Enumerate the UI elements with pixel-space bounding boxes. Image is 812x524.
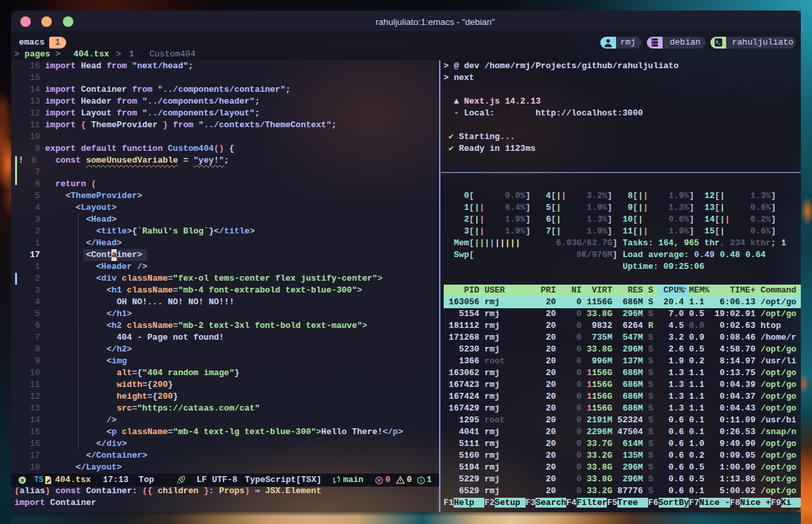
svg-text:N: N	[21, 478, 24, 483]
